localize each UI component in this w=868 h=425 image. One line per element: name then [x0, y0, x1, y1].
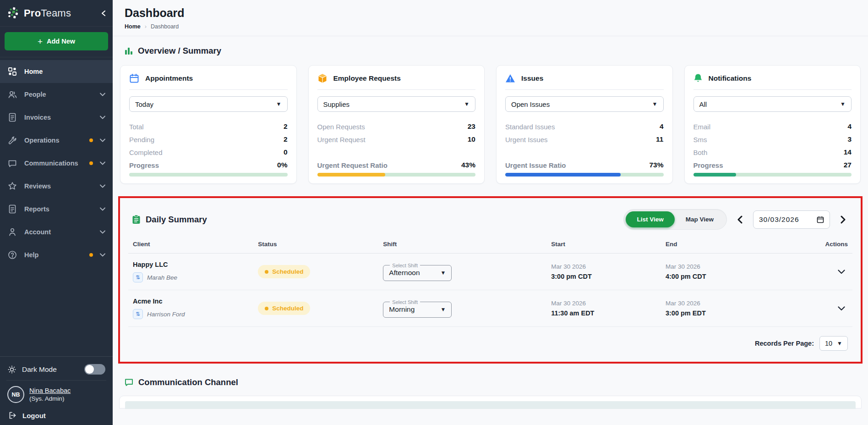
- status-dot-icon: [265, 270, 268, 274]
- card-title: Issues: [521, 74, 543, 83]
- sidebar-item-label: Communications: [24, 160, 82, 167]
- chat-icon: [7, 159, 17, 168]
- contact-name: Harrison Ford: [147, 311, 185, 318]
- sidebar-item-reviews[interactable]: Reviews: [0, 175, 113, 198]
- caret-down-icon: ▼: [652, 101, 658, 107]
- stat-row: Urgent Request10: [317, 135, 476, 144]
- daily-summary-section: Daily Summary List View Map View 30/03/2…: [118, 196, 863, 364]
- list-view-button[interactable]: List View: [626, 211, 674, 227]
- row-expand-button[interactable]: [776, 306, 848, 311]
- status-badge: Scheduled: [258, 265, 310, 278]
- user-row: NB Nina Bacabac (Sys. Admin): [6, 381, 106, 405]
- sidebar-nav: Home People Invoices Operations: [0, 60, 113, 266]
- contact-name: Marah Bee: [147, 274, 177, 281]
- status-badge: Scheduled: [258, 302, 310, 315]
- start-time: 11:30 am EDT: [551, 309, 666, 317]
- people-icon: [7, 90, 17, 99]
- add-new-wrap: + Add New: [0, 27, 113, 57]
- sidebar-item-label: Invoices: [24, 114, 93, 121]
- records-per-page-select[interactable]: 10 ▼: [819, 336, 848, 351]
- dark-mode-label: Dark Mode: [22, 365, 79, 374]
- daily-summary-heading: Daily Summary: [132, 215, 207, 225]
- card-notifications: Notifications All▼ Email4 Sms3 Both14 Pr…: [684, 65, 861, 184]
- previous-day-button[interactable]: [734, 214, 746, 226]
- progress-block: Progress0%: [129, 161, 288, 177]
- bar-chart-icon: [125, 47, 133, 55]
- appointments-filter-select[interactable]: Today▼: [129, 96, 288, 112]
- clipboard-icon: [132, 215, 141, 224]
- notifications-filter-select[interactable]: All▼: [693, 96, 852, 112]
- end-date: Mar 30 2026: [666, 300, 776, 307]
- chevron-down-icon: [100, 93, 105, 96]
- progress-block: Urgent Issue Ratio73%: [505, 161, 664, 177]
- requests-filter-select[interactable]: Supplies▼: [317, 96, 476, 112]
- progress-bar: [693, 173, 852, 177]
- overview-cards: Appointments Today▼ Total2 Pending2 Comp…: [120, 65, 861, 184]
- caret-down-icon: ▼: [837, 341, 842, 346]
- sidebar-collapse-icon[interactable]: [101, 10, 106, 17]
- plus-icon: +: [38, 37, 43, 46]
- help-icon: [7, 250, 17, 259]
- client-name: Acme Inc: [133, 298, 258, 305]
- main-content: Dashboard Home › Dashboard Overview / Su…: [113, 0, 868, 425]
- chevron-down-icon: [100, 184, 105, 188]
- chevron-down-icon: [100, 161, 105, 165]
- view-toggle: List View Map View: [623, 209, 727, 230]
- issues-filter-select[interactable]: Open Issues▼: [505, 96, 664, 112]
- card-title: Appointments: [145, 74, 193, 83]
- person-icon: [7, 227, 17, 237]
- sidebar-item-invoices[interactable]: Invoices: [0, 106, 113, 129]
- progress-block: Progress27: [693, 161, 852, 177]
- sidebar-item-label: People: [24, 91, 93, 98]
- stat-row: Open Requests23: [317, 122, 476, 131]
- sidebar: ProTeams + Add New Home People: [0, 0, 113, 425]
- breadcrumb-home-link[interactable]: Home: [125, 23, 141, 30]
- report-icon: [7, 204, 17, 214]
- package-icon: [317, 73, 328, 83]
- breadcrumb-separator-icon: ›: [145, 23, 147, 30]
- sidebar-item-reports[interactable]: Reports: [0, 198, 113, 221]
- card-appointments: Appointments Today▼ Total2 Pending2 Comp…: [120, 65, 297, 184]
- map-view-button[interactable]: Map View: [675, 211, 725, 227]
- brand-name: ProTeams: [24, 7, 71, 19]
- avatar: NB: [7, 386, 24, 403]
- sidebar-item-label: Help: [24, 251, 82, 259]
- swap-arrows-icon[interactable]: ⇅: [133, 272, 143, 282]
- page-header: Dashboard Home › Dashboard: [113, 0, 868, 36]
- progress-bar: [129, 173, 288, 177]
- sidebar-bottom: Dark Mode NB Nina Bacabac (Sys. Admin) L…: [0, 356, 113, 425]
- end-date: Mar 30 2026: [666, 263, 776, 270]
- stat-row: Completed0: [129, 148, 288, 156]
- bell-icon: [693, 73, 703, 83]
- alert-dot: [89, 161, 93, 165]
- sidebar-item-help[interactable]: Help: [0, 243, 113, 266]
- date-input[interactable]: 30/03/2026: [753, 210, 830, 229]
- stat-row: Both14: [693, 148, 852, 156]
- sidebar-item-account[interactable]: Account: [0, 221, 113, 243]
- sidebar-item-label: Operations: [24, 137, 82, 144]
- swap-arrows-icon[interactable]: ⇅: [133, 309, 143, 319]
- dark-mode-toggle[interactable]: [84, 364, 105, 375]
- add-new-button[interactable]: + Add New: [5, 32, 108, 50]
- sidebar-item-home[interactable]: Home: [0, 60, 113, 83]
- shift-select[interactable]: Select Shift Morning ▼: [383, 299, 452, 318]
- sidebar-item-communications[interactable]: Communications: [0, 152, 113, 175]
- sidebar-item-label: Reviews: [24, 182, 93, 190]
- sidebar-item-people[interactable]: People: [0, 83, 113, 106]
- sidebar-item-operations[interactable]: Operations: [0, 129, 113, 152]
- user-role: (Sys. Admin): [29, 395, 71, 402]
- next-day-button[interactable]: [837, 214, 849, 226]
- caret-down-icon: ▼: [440, 307, 446, 312]
- user-name-link[interactable]: Nina Bacabac: [29, 387, 71, 394]
- row-expand-button[interactable]: [776, 270, 848, 274]
- chevron-down-icon: [100, 116, 105, 119]
- table-header-row: Client Status Shift Start End Actions: [128, 241, 852, 254]
- shift-select[interactable]: Select Shift Afternoon ▼: [383, 263, 452, 281]
- sidebar-item-label: Reports: [24, 205, 93, 213]
- caret-down-icon: ▼: [464, 101, 469, 107]
- start-date: Mar 30 2026: [551, 263, 666, 270]
- chevron-down-icon: [100, 138, 105, 142]
- calendar-small-icon[interactable]: [817, 216, 824, 223]
- communication-section-heading: Communication Channel: [125, 377, 856, 387]
- logout-button[interactable]: Logout: [6, 405, 106, 422]
